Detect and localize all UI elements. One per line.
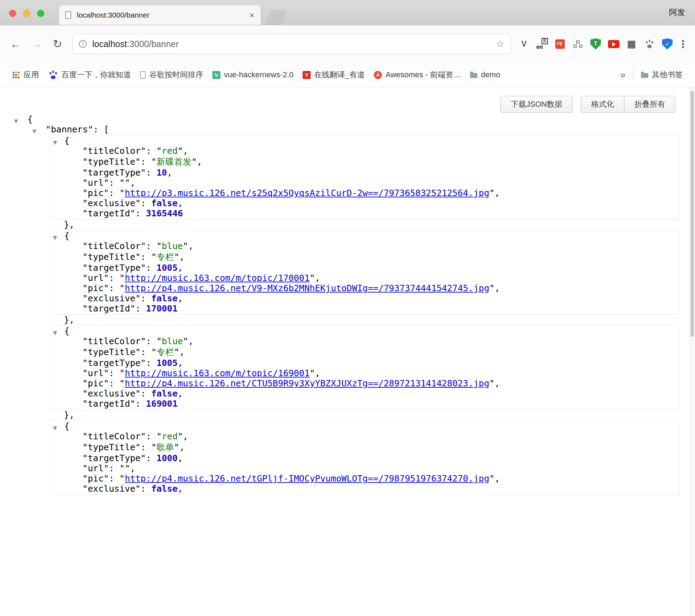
json-field-line: "targetType": 10, bbox=[50, 168, 679, 178]
paw-glyph bbox=[644, 39, 654, 48]
json-number-value: 1005 bbox=[157, 263, 178, 273]
json-field-line: "exclusive": false, bbox=[50, 293, 679, 303]
tab-strip: localhost:3000/banner × 阿发 bbox=[0, 0, 695, 25]
bookmark-apps[interactable]: 应用 bbox=[8, 67, 44, 83]
json-key: "url" bbox=[82, 273, 109, 283]
json-number-value: 1000 bbox=[157, 453, 178, 463]
json-key: "typeTitle" bbox=[82, 252, 141, 262]
youtube-extension-icon[interactable] bbox=[608, 38, 620, 50]
json-string-value: 歌单 bbox=[157, 442, 174, 452]
window-controls bbox=[9, 10, 44, 17]
json-field-line: "exclusive": false, bbox=[50, 484, 679, 494]
other-bookmarks[interactable]: 其他书签 bbox=[636, 67, 687, 83]
translate-glyph: 英en bbox=[536, 38, 548, 50]
url-host: localhost bbox=[92, 39, 127, 49]
fe-badge: FE bbox=[555, 39, 565, 49]
json-field-line: "typeTitle": "专栏", bbox=[50, 346, 679, 358]
json-field-line: "targetId": 170001 bbox=[50, 303, 679, 314]
bookmark-star-icon[interactable]: ☆ bbox=[496, 38, 504, 50]
vimium-extension-icon[interactable]: V bbox=[518, 38, 530, 50]
json-key: "titleColor" bbox=[82, 431, 146, 441]
bookmark-label: 应用 bbox=[24, 70, 39, 80]
bookmark-baidu[interactable]: 百度一下，你就知道 bbox=[44, 67, 135, 83]
json-root-open: ▼{ bbox=[0, 114, 695, 124]
browser-menu-icon[interactable]: ⋮ bbox=[677, 38, 689, 50]
tab-title: localhost:3000/banner bbox=[77, 11, 244, 19]
scrollbar-thumb[interactable] bbox=[690, 91, 694, 337]
page-file-icon bbox=[65, 11, 71, 19]
bookmarks-bar: 应用 百度一下，你就知道 谷歌按时间排序 V vue-hackernews-2.… bbox=[0, 63, 695, 87]
json-object-open: ▼{ bbox=[50, 326, 679, 336]
json-string-value: red bbox=[162, 146, 178, 156]
json-actions: 下载JSON数据 格式化 折叠所有 bbox=[0, 87, 695, 113]
json-key: "titleColor" bbox=[82, 146, 146, 156]
bookmark-label: 在线翻译_有道 bbox=[314, 70, 365, 80]
bookmark-youdao[interactable]: Y 在线翻译_有道 bbox=[298, 67, 369, 83]
qr-code-extension-icon[interactable]: ▦ bbox=[626, 38, 637, 50]
bookmark-google-sort[interactable]: 谷歌按时间排序 bbox=[135, 67, 208, 83]
json-url-link[interactable]: http://p4.music.126.net/V9-MXz6b2MNhEKju… bbox=[125, 283, 489, 293]
json-key: "targetId" bbox=[82, 399, 135, 409]
url-text: localhost:3000/banner bbox=[92, 39, 492, 49]
fullscreen-window-button[interactable] bbox=[37, 10, 44, 17]
json-key: "typeTitle" bbox=[82, 442, 141, 452]
download-json-button[interactable]: 下载JSON数据 bbox=[501, 96, 572, 113]
json-url-link[interactable]: http://music.163.com/m/topic/169001 bbox=[125, 368, 310, 378]
json-array-item: ▼{"titleColor": "red","typeTitle": "新碟首发… bbox=[50, 135, 680, 219]
bookmark-awesomes[interactable]: A Awesomes - 前端资… bbox=[369, 67, 465, 83]
new-tab-button[interactable] bbox=[265, 10, 287, 25]
json-field-line: "pic": "http://p4.music.126.net/V9-MXz6b… bbox=[50, 283, 679, 293]
youdao-icon: Y bbox=[303, 71, 311, 79]
back-button[interactable]: ← bbox=[7, 35, 24, 52]
json-object-open: ▼{ bbox=[50, 231, 679, 241]
json-field-line: "typeTitle": "歌单", bbox=[50, 441, 679, 453]
apps-grid-icon bbox=[12, 71, 20, 79]
green-shield-glyph: T bbox=[590, 38, 601, 50]
json-boolean-value: false bbox=[151, 198, 178, 208]
json-field-line: "url": "", bbox=[50, 178, 679, 188]
json-key: "targetType" bbox=[82, 263, 146, 273]
json-field-line: "pic": "http://p4.music.126.net/tGPljf-I… bbox=[50, 473, 679, 484]
youtube-play-glyph bbox=[608, 40, 620, 48]
json-key: "targetType" bbox=[82, 453, 146, 463]
green-shield-extension-icon[interactable]: T bbox=[590, 38, 602, 50]
json-field-line: "url": "", bbox=[50, 463, 679, 473]
minimize-window-button[interactable] bbox=[23, 10, 30, 17]
json-array-item: ▼{"titleColor": "blue","typeTitle": "专栏"… bbox=[50, 230, 680, 315]
json-url-link[interactable]: http://p4.music.126.net/CTU5B9R9y3XyYBZX… bbox=[125, 378, 489, 388]
collapse-all-button[interactable]: 折叠所有 bbox=[624, 96, 675, 113]
json-number-value: 169001 bbox=[146, 399, 178, 409]
json-key: "exclusive" bbox=[82, 293, 141, 303]
format-button[interactable]: 格式化 bbox=[581, 96, 624, 113]
json-key: "pic" bbox=[82, 378, 109, 388]
bookmark-demo-folder[interactable]: demo bbox=[465, 67, 505, 83]
vimium-letter: V bbox=[521, 39, 527, 49]
json-string-value: 新碟首发 bbox=[157, 157, 192, 167]
json-url-link[interactable]: http://music.163.com/m/topic/170001 bbox=[125, 273, 310, 283]
json-key: "url" bbox=[82, 178, 109, 188]
json-field-line: "pic": "http://p3.music.126.net/s25q2x5Q… bbox=[50, 188, 679, 198]
fe-extension-icon[interactable]: FE bbox=[554, 38, 566, 50]
browser-tab[interactable]: localhost:3000/banner × bbox=[59, 5, 261, 25]
collapse-toggle-icon[interactable]: ▼ bbox=[32, 124, 37, 139]
reload-button[interactable]: ↻ bbox=[49, 35, 66, 52]
json-key: "exclusive" bbox=[82, 484, 141, 494]
bookmark-vue-hackernews[interactable]: V vue-hackernews-2.0 bbox=[208, 67, 298, 83]
blue-shield-extension-icon[interactable]: ✓ bbox=[661, 38, 673, 50]
address-bar[interactable]: i localhost:3000/banner ☆ bbox=[72, 34, 511, 54]
json-field-line: "pic": "http://p4.music.126.net/CTU5B9R9… bbox=[50, 378, 679, 388]
close-window-button[interactable] bbox=[9, 10, 16, 17]
json-key: "url" bbox=[82, 463, 109, 473]
tab-close-icon[interactable]: × bbox=[249, 11, 254, 20]
folder-icon bbox=[470, 73, 477, 78]
paw-extension-icon[interactable] bbox=[643, 38, 655, 50]
json-array-item: ▼{"titleColor": "red","typeTitle": "歌单",… bbox=[50, 420, 680, 495]
page-info-icon[interactable]: i bbox=[79, 40, 87, 48]
org-chart-extension-icon[interactable] bbox=[572, 38, 584, 50]
bookmark-label: Awesomes - 前端资… bbox=[385, 70, 461, 80]
translate-extension-icon[interactable]: 英en bbox=[536, 38, 548, 50]
json-viewer: ▼{▼"banners": [▼{"titleColor": "red","ty… bbox=[0, 114, 695, 495]
json-url-link[interactable]: http://p4.music.126.net/tGPljf-IMOCyPvum… bbox=[125, 473, 489, 484]
json-url-link[interactable]: http://p3.music.126.net/s25q2x5QyqsAzilC… bbox=[125, 188, 489, 198]
bookmarks-overflow-icon[interactable]: » bbox=[616, 69, 629, 80]
